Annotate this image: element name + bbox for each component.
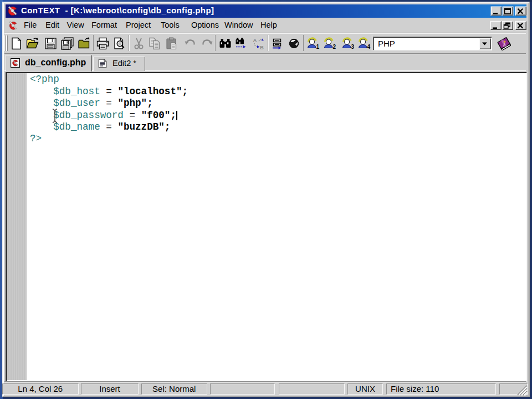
svg-text:3: 3: [351, 44, 355, 50]
svg-text:A: A: [253, 37, 257, 43]
svg-text:4: 4: [367, 44, 371, 50]
svg-text:B: B: [260, 44, 264, 50]
svg-text:1: 1: [316, 44, 320, 50]
svg-text:2: 2: [333, 44, 336, 50]
